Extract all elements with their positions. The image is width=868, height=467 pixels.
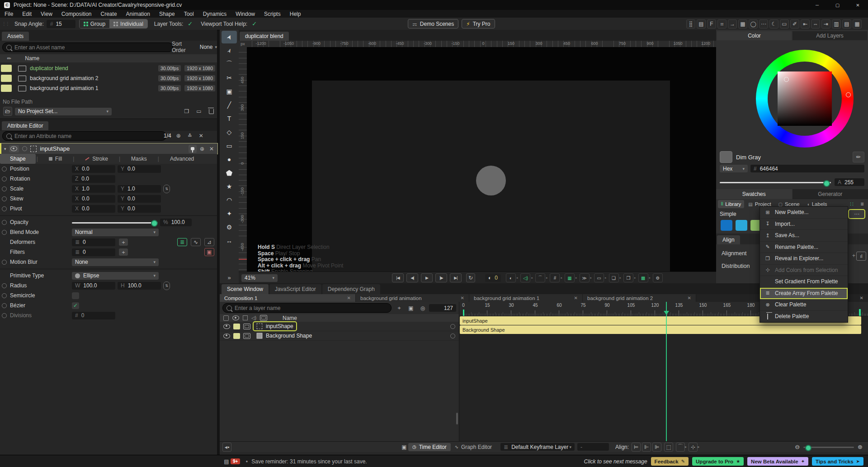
scrollbar[interactable] xyxy=(456,413,458,424)
add-button[interactable]: ＋ xyxy=(119,238,128,246)
demo-scenes-button[interactable]: ⚎ Demo Scenes xyxy=(408,19,458,29)
magnet-snap-icon[interactable]: ⌒ xyxy=(535,273,545,282)
viewport-help-checkbox[interactable]: ✓ xyxy=(252,20,257,27)
magnet-snap-button[interactable]: ⌒ xyxy=(676,443,685,452)
layer-name-header[interactable]: Name xyxy=(283,315,297,321)
add-icon[interactable]: ⊕ xyxy=(198,145,206,153)
new-beta-available-button[interactable]: New Beta Available✦ xyxy=(747,457,808,466)
keyframe-dot-icon[interactable] xyxy=(2,196,7,201)
alpha-slider-knob[interactable] xyxy=(823,180,830,187)
rectangle-tool[interactable]: ▭ xyxy=(222,139,237,152)
menu-item-create-array-from-palette[interactable]: ≣Create Array From Palette xyxy=(760,288,848,300)
value-field[interactable]: X0.0 xyxy=(72,205,115,213)
viewport[interactable]: duplicator blend px -1200-1050-900-750-6… xyxy=(239,30,716,283)
timeline[interactable]: 0153045607590105120135150165180 inputSha… xyxy=(459,302,868,441)
columns-3-icon[interactable]: ▦ xyxy=(853,19,862,29)
eyedropper-icon[interactable]: ✎ xyxy=(6,55,13,62)
minimize-button[interactable]: ─ xyxy=(807,0,827,10)
go-to-end-button[interactable]: ▶| xyxy=(450,273,462,282)
value-field[interactable]: Y1.0 xyxy=(118,185,161,193)
clip-icon[interactable] xyxy=(260,315,267,321)
viewport-settings-icon[interactable]: ⚙ xyxy=(653,273,663,282)
time-editor-toggle[interactable]: ◷ Time Editor xyxy=(408,443,451,451)
add-layer-button[interactable]: ＋ xyxy=(395,304,403,312)
grid-overlay-icon[interactable]: # xyxy=(550,273,560,282)
layers-icon[interactable]: ❏ xyxy=(609,273,619,282)
align-right-icon[interactable]: ⇥ xyxy=(821,19,830,29)
expander-icon[interactable]: ▸ xyxy=(698,445,699,449)
keyframe-dot-icon[interactable] xyxy=(2,293,7,298)
individual-mode-button[interactable]: Individual xyxy=(109,19,147,28)
attribute-settings-icon[interactable]: ≛ xyxy=(186,132,194,140)
layer-row[interactable]: Background Shape xyxy=(220,331,459,341)
eye-icon[interactable] xyxy=(223,334,230,338)
grid-view-icon[interactable]: ∷ xyxy=(848,200,856,208)
group-mode-button[interactable]: Group xyxy=(80,19,109,28)
menu-create[interactable]: Create xyxy=(96,11,122,17)
align-center-button[interactable]: ⊩ xyxy=(642,443,651,452)
trash-icon[interactable] xyxy=(207,107,215,115)
viewport-tab[interactable]: duplicator blend xyxy=(240,32,289,41)
timeline-zoom-out-icon[interactable]: ⊖ xyxy=(795,443,800,450)
playhead[interactable] xyxy=(666,302,667,441)
comp-tab[interactable]: Composition 1✕ xyxy=(220,294,356,302)
settings-tool[interactable]: ⚙ xyxy=(222,221,237,234)
snap-angle-field[interactable]: # 15 xyxy=(47,20,75,28)
audio-icon[interactable]: ◁) xyxy=(251,315,256,320)
comp-tab[interactable]: background grid animation 1✕ xyxy=(469,294,583,302)
upgrade-to-pro-button[interactable]: Upgrade to Pro★ xyxy=(692,457,744,466)
project-icon[interactable]: 🗁 xyxy=(3,107,12,116)
tips-and-tricks-button[interactable]: Tips and Tricks➤ xyxy=(812,457,863,466)
expander-icon[interactable]: ▸ xyxy=(576,276,577,280)
value-field[interactable]: X0.0 xyxy=(72,165,115,173)
duplicate-icon[interactable]: ❐ xyxy=(623,273,633,282)
playhead-handle[interactable] xyxy=(664,311,669,315)
toolbar-grip[interactable]: ⋮⋮ xyxy=(2,21,9,26)
monitor-icon[interactable]: ▭ xyxy=(195,107,203,115)
columns-1-icon[interactable]: ▥ xyxy=(832,19,841,29)
layer-toggle-icon[interactable] xyxy=(450,334,455,338)
comp-tab[interactable]: background grid animation 2✕ xyxy=(583,294,696,302)
assets-name-header[interactable]: Name xyxy=(25,55,39,62)
menu-help[interactable]: Help xyxy=(285,11,306,17)
expander-icon[interactable]: ▸ xyxy=(531,276,533,280)
next-frame-button[interactable]: |▶ xyxy=(435,273,447,282)
layer-color-swatch[interactable] xyxy=(233,333,240,339)
keyframe-dot-icon[interactable] xyxy=(2,313,7,318)
screen-bounds-icon[interactable]: ▭ xyxy=(594,273,604,282)
expander-icon[interactable]: ▸ xyxy=(649,276,651,280)
fast-forward-icon[interactable]: ≫ xyxy=(580,273,590,282)
keyframe-dot-icon[interactable] xyxy=(2,176,7,181)
snap-keys-button[interactable]: ⊹ xyxy=(689,443,698,452)
tab-align[interactable]: Align xyxy=(717,235,740,244)
timeline-zoom-slider[interactable] xyxy=(803,443,854,451)
sort-order-dropdown[interactable]: None▾ xyxy=(200,44,217,50)
subtab-swatches[interactable]: Swatches xyxy=(716,189,792,199)
tab-dependency-graph[interactable]: Dependency Graph xyxy=(322,284,380,294)
eye-icon[interactable] xyxy=(223,324,230,329)
asset-row[interactable]: duplicator blend30.00fps1920 x 1080 xyxy=(0,63,217,73)
select-tool[interactable]: ➤ xyxy=(222,31,237,43)
collapse-panel-icon[interactable]: ◂▪ xyxy=(222,443,231,452)
tab-add-layers[interactable]: Add Layers xyxy=(793,31,867,40)
keyframe-dot-icon[interactable] xyxy=(2,220,7,225)
ellipse-tool[interactable]: ● xyxy=(222,153,237,166)
value-field[interactable]: H100.0 xyxy=(118,282,161,290)
alignment-plus-icon[interactable]: + xyxy=(852,253,855,259)
text-tool[interactable]: T xyxy=(222,112,237,125)
screen-icon[interactable]: ▭ xyxy=(780,19,789,29)
graph-editor-toggle[interactable]: ∿ Graph Editor xyxy=(451,443,496,451)
camera-icon[interactable]: ▣ xyxy=(407,304,415,312)
graph-icon[interactable]: ⊿ xyxy=(204,238,214,246)
filter-target-icon[interactable]: ▣ xyxy=(204,248,214,256)
viewport-zoom-dropdown[interactable]: 41%▾ xyxy=(241,274,278,282)
lock-icon[interactable] xyxy=(223,315,229,321)
value-field[interactable]: Y0.0 xyxy=(118,165,161,173)
camera-toggle-icon[interactable]: ◐ xyxy=(506,273,516,282)
bounds-button[interactable]: ⬚ xyxy=(664,443,673,452)
clear-search-icon[interactable]: ✕ xyxy=(197,132,205,140)
value-field[interactable]: ≣0 xyxy=(72,238,115,246)
collapse-chevron-icon[interactable]: ▾ xyxy=(4,147,6,151)
pin-icon[interactable] xyxy=(189,145,197,153)
audio-icon[interactable]: ◁) xyxy=(520,273,530,282)
